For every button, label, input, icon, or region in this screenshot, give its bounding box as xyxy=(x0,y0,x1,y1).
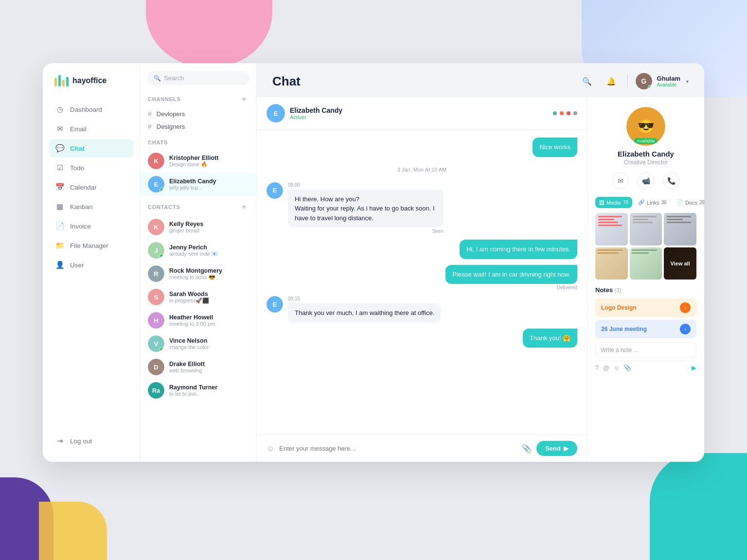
add-channel-button[interactable]: + xyxy=(240,95,249,104)
media-grid: View all xyxy=(595,213,696,280)
sidebar-item-invoice[interactable]: 📄 Invoice xyxy=(49,217,134,235)
action-dot-4[interactable] xyxy=(573,111,577,115)
media-icon: 🖼 xyxy=(599,200,605,206)
media-thumb-6-viewall[interactable]: View all xyxy=(664,247,696,280)
email-contact-button[interactable]: ✉ xyxy=(612,173,629,189)
contact-name: Rock Montgomery xyxy=(169,267,249,274)
avatar: H xyxy=(148,312,164,329)
tab-links[interactable]: 🔗 Links 36 xyxy=(634,197,671,208)
online-indicator xyxy=(160,347,164,351)
contact-name-large: Elizabeth Candy xyxy=(595,150,696,158)
message-bubble: Please wait! I am in car drivning right … xyxy=(445,265,577,284)
calendar-icon: 📅 xyxy=(55,183,64,192)
message-content: 09:15 Thank you ver much, I am waithing … xyxy=(288,296,441,323)
message-avatar: E xyxy=(267,296,283,313)
text-format-icon[interactable]: T xyxy=(595,364,599,371)
video-call-button[interactable]: 📹 xyxy=(638,173,654,189)
message-bubble: Thank you! 🤗 xyxy=(523,329,577,348)
note-send-button[interactable]: ▶ xyxy=(692,364,696,371)
online-indicator xyxy=(160,188,164,192)
user-info: Ghulam Available xyxy=(657,75,680,88)
chat-conversation: E Elizabeth Candy Activer xyxy=(257,97,587,462)
channel-item-designers[interactable]: # Designers xyxy=(140,120,256,133)
tab-docs[interactable]: 📄 Docs 29 xyxy=(673,197,704,208)
send-button[interactable]: Send ▶ xyxy=(536,441,577,456)
search-button[interactable]: 🔍 xyxy=(579,73,595,89)
sidebar-item-email[interactable]: ✉ Email xyxy=(49,120,134,138)
contact-item-drake[interactable]: D Drake Elliott web browsing xyxy=(140,355,256,379)
sidebar-item-chat[interactable]: 💬 Chat xyxy=(49,139,134,158)
contact-preview: already sent mail 📧 xyxy=(169,251,249,257)
contact-item-rock[interactable]: R Rock Montgomery meeting to boss 😎 xyxy=(140,262,256,285)
sidebar-item-calendar[interactable]: 📅 Calendar xyxy=(49,178,134,196)
view-all-overlay[interactable]: View all xyxy=(664,247,696,280)
note-item-june-meeting[interactable]: 26 June meeting › xyxy=(595,320,696,338)
message-group: Please wait! I am in car drivning right … xyxy=(445,265,577,291)
chat-item-kristopher[interactable]: K Kristopher Elliott Design done 🔥 xyxy=(140,149,256,173)
avatar: D xyxy=(148,359,164,375)
phone-call-button[interactable]: 📞 xyxy=(663,173,679,189)
emoji-note-icon[interactable]: ☺ xyxy=(613,364,620,371)
mention-icon[interactable]: @ xyxy=(603,364,609,371)
tab-media[interactable]: 🖼 Media 70 xyxy=(595,197,632,208)
channel-item-devlopers[interactable]: # Devlopers xyxy=(140,107,256,120)
sidebar-item-label: Chat xyxy=(70,145,85,152)
sidebar-item-file-manager[interactable]: 📁 File Manager xyxy=(49,236,134,255)
search-bar[interactable]: 🔍 Search xyxy=(147,71,249,85)
contact-item-sarah[interactable]: S Sarah Woods in progress🚀⬛ xyxy=(140,285,256,309)
chat-item-elizabeth[interactable]: E Elizabeth Candy jelly jelly top.. xyxy=(140,173,256,196)
note-arrow[interactable]: › xyxy=(680,302,691,313)
sidebar-item-kanban[interactable]: ▦ Kanban xyxy=(49,197,134,216)
user-profile[interactable]: G Ghulam Available ▾ xyxy=(636,73,689,89)
avatar-circle: R xyxy=(148,265,164,282)
chat-info: Elizabeth Candy jelly jelly top.. xyxy=(169,178,249,191)
media-thumb-5[interactable] xyxy=(630,247,662,280)
chat-list-panel: 🔍 Search CHANNELS + # Devlopers # Design… xyxy=(140,63,257,462)
notes-count: (2) xyxy=(615,287,621,293)
conversation-contact-name: Elizabeth Candy xyxy=(290,106,342,114)
contact-preview: change the color xyxy=(169,344,249,350)
channels-title: CHANNELS xyxy=(148,96,181,102)
media-thumb-3[interactable] xyxy=(664,213,696,245)
avatar: S xyxy=(148,289,164,305)
check-circle-icon: ☑ xyxy=(55,163,64,172)
attach-button[interactable]: 📎 xyxy=(522,444,532,453)
contact-item-kelly[interactable]: K Kelly Reyes ginger bread xyxy=(140,215,256,239)
emoji-button[interactable]: ☺ xyxy=(267,444,274,453)
contact-item-vince[interactable]: V Vince Nelson change the color xyxy=(140,332,256,355)
logo-bar-1 xyxy=(54,78,57,87)
search-input[interactable]: Search xyxy=(164,74,184,82)
sidebar-item-dashboard[interactable]: ◷ Dashboard xyxy=(49,100,134,119)
note-placeholder: Write a note ... xyxy=(601,347,639,353)
action-dot-1[interactable] xyxy=(553,111,557,115)
sidebar-item-todo[interactable]: ☑ Todo xyxy=(49,158,134,177)
contact-item-jenny[interactable]: J Jenny Perich already sent mail 📧 xyxy=(140,239,256,262)
sidebar-item-user[interactable]: 👤 User xyxy=(49,256,134,274)
contact-name: Jenny Perich xyxy=(169,244,249,251)
message-avatar: E xyxy=(267,182,283,199)
note-arrow[interactable]: › xyxy=(680,324,691,334)
media-thumb-1[interactable] xyxy=(595,213,628,245)
action-dot-3[interactable] xyxy=(567,111,570,115)
add-contact-button[interactable]: + xyxy=(240,203,249,211)
avatar: E xyxy=(148,176,164,192)
header-right: 🔍 🔔 G Ghulam Available ▾ xyxy=(579,73,689,89)
note-input[interactable]: Write a note ... xyxy=(595,342,696,358)
media-thumb-2[interactable] xyxy=(630,213,662,245)
contact-item-raymond[interactable]: Ra Raymond Turner to let to join.. xyxy=(140,379,256,402)
note-item-logo-design[interactable]: Logo Design › xyxy=(595,298,696,317)
attach-note-icon[interactable]: 📎 xyxy=(623,364,631,371)
contact-preview: in progress🚀⬛ xyxy=(169,298,249,304)
chat-info: Heather Howell meeting to 3:00 pm xyxy=(169,314,249,327)
action-dot-2[interactable] xyxy=(560,111,564,115)
logout-button[interactable]: ⇥ Log out xyxy=(49,432,134,450)
sidebar-item-label: Invoice xyxy=(70,223,91,230)
message-bubble: Thank you ver much, I am waithing there … xyxy=(288,303,441,323)
contact-item-heather[interactable]: H Heather Howell meeting to 3:00 pm xyxy=(140,309,256,332)
page-title: Chat xyxy=(272,74,301,89)
bg-decoration-yellow xyxy=(39,502,107,560)
media-thumb-4[interactable] xyxy=(595,247,628,280)
conversation-header: E Elizabeth Candy Activer xyxy=(257,97,587,130)
message-input[interactable] xyxy=(279,445,517,452)
notifications-button[interactable]: 🔔 xyxy=(603,73,620,89)
